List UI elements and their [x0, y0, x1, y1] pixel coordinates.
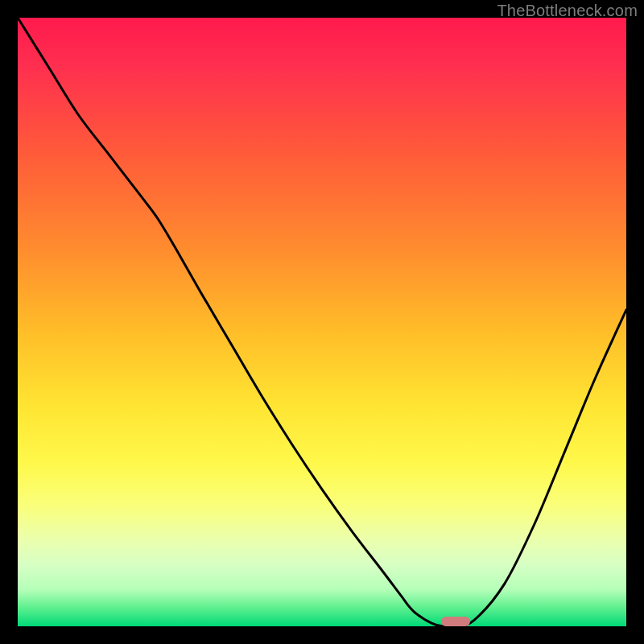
bottleneck-curve [18, 18, 626, 626]
chart-container: TheBottleneck.com [0, 0, 644, 644]
plot-area [18, 18, 626, 626]
optimal-point-marker [441, 617, 470, 626]
